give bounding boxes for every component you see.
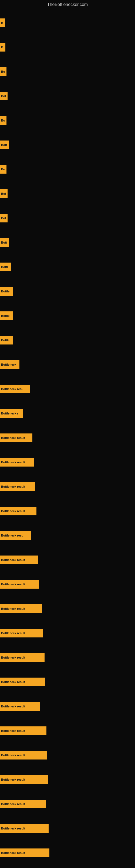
bar-label-17: Bottleneck r: [1, 412, 18, 415]
bar-row: Bottleneck result: [0, 499, 135, 523]
bar-25[interactable]: Bottleneck result: [0, 604, 42, 613]
bar-row: Bottleneck resu: [0, 524, 135, 547]
bar-row: Bottleneck result: [0, 646, 135, 670]
bar-row: Bottleneck result: [0, 841, 135, 865]
bar-14[interactable]: Bottle: [0, 336, 13, 344]
bar-row: Bottleneck result: [0, 743, 135, 767]
bar-label-2: B: [1, 45, 3, 49]
bar-label-31: Bottleneck result: [1, 753, 25, 757]
bar-26[interactable]: Bottleneck result: [0, 629, 43, 638]
bar-row: Bottleneck r: [0, 401, 135, 425]
bar-row: Bottleneck result: [0, 572, 135, 596]
bar-22[interactable]: Bottleneck resu: [0, 531, 31, 540]
bar-row: B: [0, 35, 135, 59]
bar-label-30: Bottleneck result: [1, 729, 25, 733]
bar-31[interactable]: Bottleneck result: [0, 751, 47, 760]
bar-label-25: Bottleneck result: [1, 607, 25, 610]
bar-24[interactable]: Bottleneck result: [0, 580, 39, 589]
bar-label-1: B: [1, 21, 3, 24]
bar-29[interactable]: Bottleneck result: [0, 702, 40, 711]
bar-label-22: Bottleneck resu: [1, 534, 24, 537]
bar-label-12: Bottle: [1, 290, 9, 293]
bar-label-34: Bottleneck result: [1, 827, 25, 830]
bar-7[interactable]: Bo: [0, 165, 6, 174]
bar-23[interactable]: Bottleneck result: [0, 556, 38, 564]
bar-8[interactable]: Bot: [0, 189, 8, 198]
bar-row: Bo: [0, 108, 135, 132]
bar-label-6: Bott: [1, 143, 7, 147]
bar-18[interactable]: Bottleneck result: [0, 433, 32, 442]
bar-row: Bottleneck result: [0, 670, 135, 694]
bar-2[interactable]: B: [0, 43, 5, 52]
bar-9[interactable]: Bot: [0, 214, 8, 222]
bar-35[interactable]: Bottleneck result: [0, 848, 49, 857]
bar-label-29: Bottleneck result: [1, 705, 25, 708]
bar-label-32: Bottleneck result: [1, 778, 25, 781]
bar-row: B: [0, 11, 135, 35]
bar-1[interactable]: B: [0, 19, 5, 27]
bar-row: Bottl: [0, 255, 135, 279]
bar-15[interactable]: Bottleneck: [0, 360, 19, 369]
bar-row: Bottleneck result: [0, 597, 135, 621]
bar-row: Bott: [0, 133, 135, 157]
bar-row: Bottleneck result: [0, 816, 135, 840]
bar-4[interactable]: Bot: [0, 92, 8, 100]
bar-row: Bott: [0, 230, 135, 254]
site-title: TheBottlenecker.com: [0, 0, 135, 8]
bar-row: Bottleneck result: [0, 768, 135, 792]
bar-5[interactable]: Bo: [0, 116, 6, 125]
bar-label-8: Bot: [1, 192, 6, 195]
bar-row: Bot: [0, 206, 135, 230]
bar-row: Bo: [0, 157, 135, 181]
bar-label-16: Bottleneck resu: [1, 388, 24, 391]
bar-row: Bottle: [0, 328, 135, 352]
bar-row: Bottleneck result: [0, 719, 135, 743]
bar-12[interactable]: Bottle: [0, 287, 13, 296]
bar-label-33: Bottleneck result: [1, 802, 25, 806]
bar-row: Bot: [0, 182, 135, 206]
bar-label-15: Bottleneck: [1, 363, 16, 366]
bar-32[interactable]: Bottleneck result: [0, 775, 48, 784]
bar-row: Bo: [0, 60, 135, 84]
bar-20[interactable]: Bottleneck result: [0, 482, 35, 491]
bar-label-35: Bottleneck result: [1, 851, 25, 855]
bar-row: Bottleneck resu: [0, 377, 135, 401]
bar-13[interactable]: Bottle: [0, 311, 13, 320]
bar-19[interactable]: Bottleneck result: [0, 458, 34, 467]
bar-row: Bot: [0, 84, 135, 108]
bar-label-3: Bo: [1, 70, 5, 73]
bar-label-9: Bot: [1, 216, 6, 220]
bar-row: Bottleneck result: [0, 475, 135, 499]
bar-label-19: Bottleneck result: [1, 461, 25, 464]
bar-label-26: Bottleneck result: [1, 631, 25, 635]
bar-17[interactable]: Bottleneck r: [0, 409, 23, 418]
bar-row: Bottleneck result: [0, 621, 135, 645]
bar-30[interactable]: Bottleneck result: [0, 726, 46, 735]
bar-label-14: Bottle: [1, 339, 9, 342]
bar-label-27: Bottleneck result: [1, 656, 25, 659]
bar-row: Bottleneck result: [0, 694, 135, 718]
bar-label-20: Bottleneck result: [1, 485, 25, 488]
bar-10[interactable]: Bott: [0, 238, 9, 247]
bar-row: Bottleneck result: [0, 426, 135, 450]
bar-row: Bottleneck result: [0, 450, 135, 474]
bar-11[interactable]: Bottl: [0, 262, 11, 271]
bar-34[interactable]: Bottleneck result: [0, 824, 49, 833]
bars-container: BBBoBotBoBottBoBotBotBottBottlBottleBott…: [0, 8, 135, 868]
bar-row: Bottle: [0, 279, 135, 303]
bar-28[interactable]: Bottleneck result: [0, 678, 45, 686]
bar-label-21: Bottleneck result: [1, 509, 25, 513]
bar-row: Bottleneck result: [0, 548, 135, 572]
bar-6[interactable]: Bott: [0, 141, 9, 149]
bar-label-18: Bottleneck result: [1, 436, 25, 439]
bar-label-28: Bottleneck result: [1, 680, 25, 684]
bar-label-13: Bottle: [1, 314, 9, 317]
bar-3[interactable]: Bo: [0, 67, 6, 76]
bar-label-24: Bottleneck result: [1, 583, 25, 586]
bar-16[interactable]: Bottleneck resu: [0, 384, 30, 393]
bar-row: Bottleneck result: [0, 792, 135, 816]
bar-27[interactable]: Bottleneck result: [0, 653, 45, 662]
bar-21[interactable]: Bottleneck result: [0, 507, 37, 516]
bar-33[interactable]: Bottleneck result: [0, 800, 46, 808]
bar-label-11: Bottl: [1, 265, 8, 269]
